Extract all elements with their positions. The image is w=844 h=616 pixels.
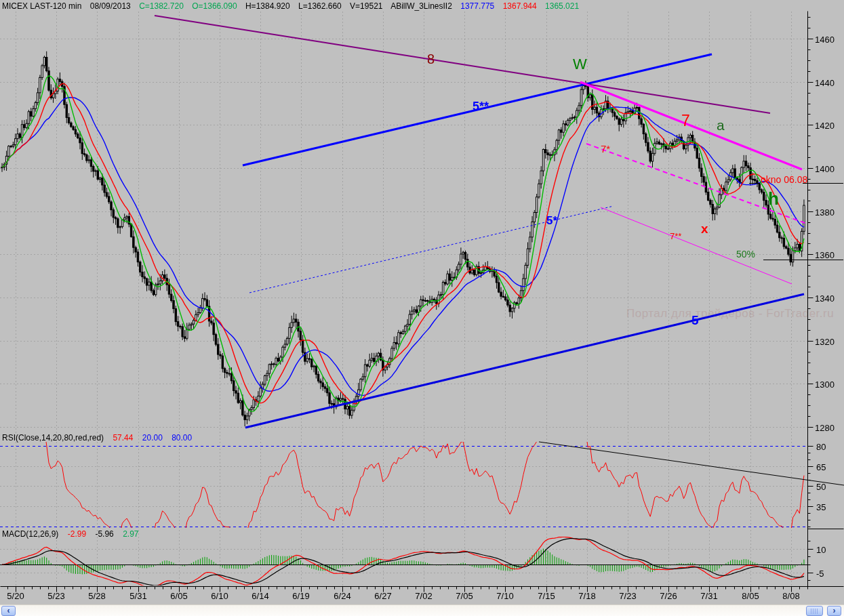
price-axis-label: 1420	[815, 121, 835, 131]
date-axis-label: 5/28	[83, 591, 110, 601]
date-axis-label: 6/19	[287, 591, 315, 601]
macd-label: MACD(12,26,9)	[2, 529, 58, 539]
macd-axis-label: -5	[816, 569, 824, 579]
header-indicator-name: ABillW_3LinesII2	[390, 1, 452, 11]
macd-label-row: MACD(12,26,9) -2.99 -5.96 2.97	[2, 529, 145, 539]
date-axis-label: 7/18	[574, 591, 601, 601]
indicator-value-red: 1367.944	[503, 1, 537, 11]
date-axis-label: 7/05	[451, 591, 478, 601]
price-axis-label: 1460	[815, 35, 835, 45]
rsi-label-row: RSI(Close,14,20,80,red,red) 57.44 20.00 …	[2, 433, 199, 443]
rsi-label: RSI(Close,14,20,80,red,red)	[2, 433, 104, 443]
price-axis-label: 1280	[815, 423, 835, 433]
wave-7s-label: 7*	[601, 144, 610, 154]
wave-x-label: x	[701, 222, 708, 235]
rsi-axis-label: 80	[816, 442, 826, 452]
date-axis-label: 7/26	[655, 591, 682, 601]
wave-5dd-label: 5**	[473, 100, 489, 112]
scrollbar-thumb[interactable]	[806, 606, 823, 616]
wave-a-label: a	[717, 118, 725, 132]
date-axis-label: 6/14	[247, 591, 274, 601]
rsi-axis-label: 35	[816, 502, 826, 512]
date-axis-label: 6/27	[369, 591, 397, 601]
macd-signal-value: -5.96	[95, 529, 113, 539]
price-axis-label: 1300	[815, 379, 835, 390]
date-axis-label: 6/05	[165, 591, 193, 601]
header-close: C=1382.720	[139, 1, 184, 11]
header-volume: V=19521	[350, 1, 382, 11]
indicator-value-green: 1365.021	[545, 1, 579, 11]
wave-5s-label: 5*	[546, 215, 557, 226]
macd-axis-label: 10	[816, 545, 826, 555]
okno-level-label: okno 06.08	[761, 175, 807, 184]
scroll-right-button[interactable]: ›	[827, 606, 841, 616]
macd-hist-value: 2.97	[123, 529, 138, 539]
date-axis-label: 5/31	[125, 591, 152, 601]
header-open: O=1366.090	[192, 1, 237, 11]
rsi-axis-label: 65	[816, 462, 826, 472]
price-axis-label: 1440	[815, 78, 835, 88]
wave-w-label: W	[573, 57, 587, 72]
header-date: 08/09/2013	[90, 1, 131, 11]
date-axis-label: 7/02	[410, 591, 437, 601]
scroll-left-button[interactable]: ‹	[1, 606, 16, 616]
fifty-percent-level-label: 50%	[736, 249, 755, 259]
date-axis-label: 7/15	[533, 591, 560, 601]
wave-7-label: 7	[681, 113, 690, 129]
date-axis-label: 6/10	[206, 591, 233, 601]
macd-value: -2.99	[68, 529, 86, 539]
indicator-value-blue: 1377.775	[460, 1, 494, 11]
date-axis-label: 6/24	[329, 591, 356, 601]
price-axis-label: 1320	[815, 337, 835, 347]
date-axis-label: 5/20	[2, 591, 29, 601]
rsi-axis-label: 50	[816, 482, 826, 492]
horizontal-scrollbar[interactable]: ‹ ›	[0, 604, 844, 616]
wave-5-label: 5	[691, 314, 699, 327]
wave-h-label: h	[768, 190, 779, 207]
date-axis-label: 7/10	[491, 591, 519, 601]
date-axis-label: 8/05	[737, 591, 764, 601]
wave-8-label: 8	[427, 52, 435, 66]
date-axis-label: 7/23	[614, 591, 641, 601]
date-axis-label: 8/08	[778, 591, 805, 601]
rsi-value: 57.44	[113, 433, 133, 443]
wave-7ss-label: 7**	[670, 232, 681, 241]
price-axis-label: 1360	[815, 250, 835, 260]
date-axis-label: 5/23	[43, 591, 70, 601]
chart-plot-canvas[interactable]	[0, 0, 844, 616]
price-axis-label: 1400	[815, 164, 835, 174]
header-low: L=1362.660	[298, 1, 342, 11]
rsi-lower-band-value: 20.00	[142, 433, 163, 443]
date-axis-label: 7/31	[696, 591, 723, 601]
price-axis-label: 1340	[815, 293, 835, 304]
chart-header: MICEX LAST-120 min 08/09/2013 C=1382.720…	[2, 1, 585, 11]
price-axis-label: 1380	[815, 207, 835, 218]
symbol-timeframe: MICEX LAST-120 min	[2, 1, 81, 11]
chart-window: MICEX LAST-120 min 08/09/2013 C=1382.720…	[0, 0, 844, 616]
header-high: H=1384.920	[245, 1, 290, 11]
rsi-upper-band-value: 80.00	[172, 433, 192, 443]
